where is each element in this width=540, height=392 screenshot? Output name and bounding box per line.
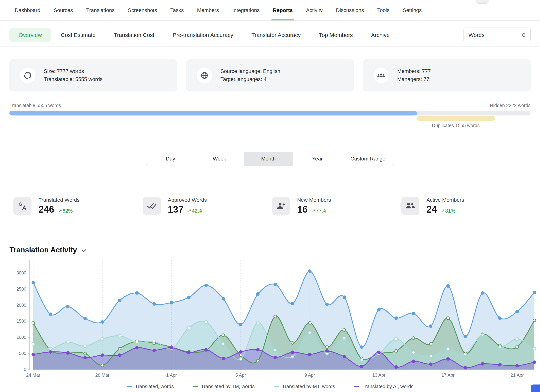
nav-dashboard[interactable]: Dashboard bbox=[13, 0, 42, 20]
nav-settings[interactable]: Settings bbox=[401, 0, 423, 20]
trend-up-icon: ↗ bbox=[58, 208, 62, 214]
kpi-trend: ↗62% bbox=[58, 208, 73, 214]
tab-overview[interactable]: Overview bbox=[9, 28, 51, 42]
tab-cost-estimate[interactable]: Cost Estimate bbox=[61, 32, 96, 38]
members-card: Members: 777 Managers: 77 bbox=[363, 59, 531, 91]
duplicates-label: Duplicates 1555 words bbox=[417, 123, 495, 128]
report-subnav: Overview Cost Estimate Translation Cost … bbox=[0, 21, 540, 47]
nav-members[interactable]: Members bbox=[195, 0, 220, 20]
trend-up-icon: ↗ bbox=[311, 208, 315, 214]
svg-text:2500: 2500 bbox=[16, 287, 26, 291]
translatable-bar bbox=[9, 111, 417, 115]
summary-cards: Size: 7777 words Translatable: 5555 word… bbox=[9, 59, 530, 91]
section-title: Translation Activity bbox=[9, 246, 77, 254]
legend-swatch bbox=[354, 386, 359, 387]
kpi-new-members: New Members 16 ↗77% bbox=[272, 197, 401, 215]
size-line: Size: 7777 words bbox=[44, 67, 102, 75]
duplicates-bar bbox=[417, 116, 495, 121]
svg-text:9 Apr: 9 Apr bbox=[305, 372, 315, 377]
hidden-label: Hidden 2222 words bbox=[490, 103, 531, 108]
translation-activity-header: Translation Activity bbox=[9, 246, 530, 254]
kpi-approved-words: Approved Words 137 ↗42% bbox=[143, 197, 272, 215]
kpi-label: New Members bbox=[297, 197, 331, 203]
legend-label: Translated by MT, words bbox=[282, 384, 335, 389]
legend-label: Translated, words bbox=[135, 384, 174, 389]
help-widget[interactable] bbox=[531, 384, 540, 392]
trend-up-icon: ↗ bbox=[440, 208, 445, 214]
reports-page: Dashboard Sources Translations Screensho… bbox=[0, 0, 540, 392]
words-progress-bar: Duplicates 1555 words bbox=[9, 111, 530, 115]
kpi-trend: ↗77% bbox=[311, 208, 326, 214]
legend-item[interactable]: Translated by TM, words bbox=[193, 384, 255, 389]
period-year[interactable]: Year bbox=[293, 152, 342, 166]
unit-select[interactable]: Words bbox=[463, 28, 530, 42]
period-custom-range[interactable]: Custom Range bbox=[342, 152, 394, 166]
unit-select-value: Words bbox=[468, 32, 485, 38]
double-check-icon bbox=[143, 197, 161, 215]
target-languages-line: Target languages: 4 bbox=[220, 75, 280, 84]
kpi-label: Active Members bbox=[426, 197, 464, 203]
period-month[interactable]: Month bbox=[244, 152, 293, 166]
tab-pretranslation-accuracy[interactable]: Pre-translation Accuracy bbox=[172, 32, 233, 38]
period-week[interactable]: Week bbox=[195, 152, 244, 166]
kpi-active-members: Active Members 24 ↗81% bbox=[401, 197, 531, 215]
nav-discussions[interactable]: Discussions bbox=[335, 0, 365, 20]
tab-top-members[interactable]: Top Members bbox=[319, 32, 353, 38]
svg-text:1 Apr: 1 Apr bbox=[166, 372, 177, 377]
svg-text:28 Mar: 28 Mar bbox=[95, 372, 109, 377]
nav-tools[interactable]: Tools bbox=[376, 0, 391, 20]
top-nav: Dashboard Sources Translations Screensho… bbox=[0, 0, 540, 21]
tab-archive[interactable]: Archive bbox=[371, 32, 390, 38]
kpi-trend: ↗81% bbox=[440, 208, 455, 214]
progress-ring-icon bbox=[20, 68, 35, 83]
nav-translations[interactable]: Translations bbox=[85, 0, 116, 20]
kpi-value: 16 bbox=[297, 204, 308, 215]
legend-swatch bbox=[127, 386, 132, 387]
svg-text:13 Apr: 13 Apr bbox=[372, 372, 385, 377]
svg-text:5 Apr: 5 Apr bbox=[235, 372, 246, 377]
translation-activity-chart[interactable]: 24 Mar28 Mar1 Apr5 Apr9 Apr13 Apr17 Apr2… bbox=[0, 258, 540, 382]
chevron-down-icon[interactable] bbox=[81, 249, 86, 253]
nav-tasks[interactable]: Tasks bbox=[169, 0, 185, 20]
tab-translator-accuracy[interactable]: Translator Accuracy bbox=[251, 32, 301, 38]
members-icon bbox=[374, 68, 389, 83]
kpi-value: 24 bbox=[426, 204, 437, 215]
size-card: Size: 7777 words Translatable: 5555 word… bbox=[9, 59, 177, 91]
svg-text:1000: 1000 bbox=[16, 335, 26, 340]
nav-screenshots[interactable]: Screenshots bbox=[127, 0, 158, 20]
svg-text:2000: 2000 bbox=[16, 303, 26, 308]
words-breakdown: Translatable 5555 words Hidden 2222 word… bbox=[9, 103, 530, 129]
svg-text:24 Mar: 24 Mar bbox=[26, 372, 40, 377]
nav-reports[interactable]: Reports bbox=[271, 0, 294, 20]
kpi-value: 137 bbox=[168, 204, 184, 215]
kpi-label: Approved Words bbox=[168, 197, 207, 203]
nav-sources[interactable]: Sources bbox=[52, 0, 75, 20]
kpi-label: Translated Words bbox=[38, 197, 80, 203]
people-icon bbox=[401, 197, 420, 215]
svg-text:3000: 3000 bbox=[16, 270, 26, 275]
language-card: Source language: English Target language… bbox=[186, 59, 354, 91]
kpi-value: 246 bbox=[38, 204, 54, 215]
translatable-label: Translatable 5555 words bbox=[9, 103, 61, 108]
legend-swatch bbox=[274, 386, 279, 387]
tab-translation-cost[interactable]: Translation Cost bbox=[114, 32, 154, 38]
members-line: Members: 777 bbox=[397, 67, 431, 75]
nav-activity[interactable]: Activity bbox=[305, 0, 324, 20]
source-language-line: Source language: English bbox=[220, 67, 280, 75]
svg-text:1500: 1500 bbox=[16, 319, 26, 324]
period-tabs: Day Week Month Year Custom Range bbox=[0, 152, 540, 166]
legend-label: Translated by AI, words bbox=[362, 384, 413, 389]
legend-item[interactable]: Translated by MT, words bbox=[274, 384, 335, 389]
period-day[interactable]: Day bbox=[146, 152, 195, 166]
nav-integrations[interactable]: Integrations bbox=[231, 0, 261, 20]
legend-swatch bbox=[193, 386, 198, 387]
kpi-trend: ↗42% bbox=[187, 208, 202, 214]
svg-text:17 Apr: 17 Apr bbox=[441, 372, 455, 377]
header-avatar-partial[interactable] bbox=[476, 0, 489, 4]
legend-item[interactable]: Translated, words bbox=[127, 384, 174, 389]
person-add-icon bbox=[272, 197, 290, 215]
svg-text:500: 500 bbox=[19, 351, 26, 356]
svg-text:21 Apr: 21 Apr bbox=[510, 372, 524, 377]
managers-line: Managers: 77 bbox=[397, 75, 431, 84]
legend-item[interactable]: Translated by AI, words bbox=[354, 384, 413, 389]
